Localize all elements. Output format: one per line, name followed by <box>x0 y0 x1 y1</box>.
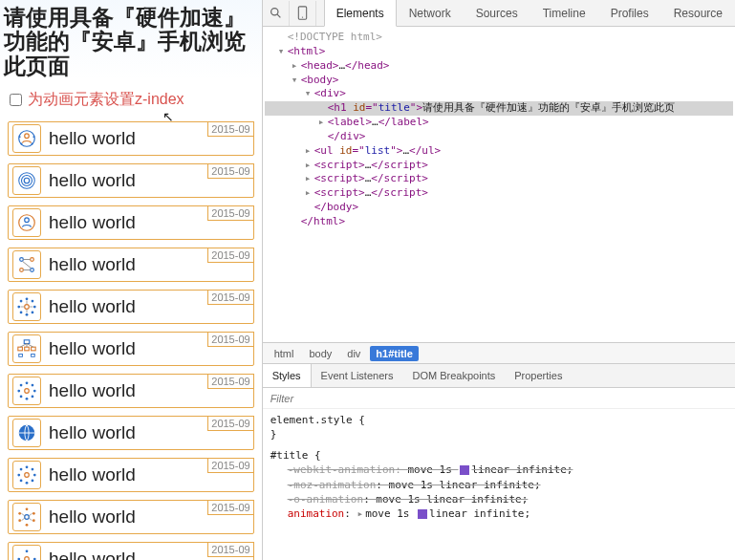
item-icon <box>12 166 41 195</box>
svg-point-55 <box>20 468 23 471</box>
svg-point-65 <box>26 524 29 527</box>
svg-rect-31 <box>24 340 30 344</box>
dom-body-open[interactable]: ▾<body> <box>265 74 733 88</box>
svg-point-12 <box>31 258 34 262</box>
device-icon[interactable] <box>290 1 316 26</box>
item-icon <box>12 250 41 279</box>
prop-moz-animation[interactable]: -moz-animation: move 1s linear infinite; <box>270 478 727 492</box>
dom-script-2[interactable]: ▸<script>…</script> <box>265 172 733 186</box>
svg-point-42 <box>26 398 29 400</box>
prop-webkit-animation[interactable]: -webkit-animation: move 1s linear infini… <box>270 463 727 477</box>
list-item[interactable]: hello world2015-09 <box>8 542 254 560</box>
styles-filter-row <box>263 388 735 409</box>
dom-html-close[interactable]: </html> <box>265 215 733 229</box>
devtools-toolbar: ElementsNetworkSourcesTimelineProfilesRe… <box>263 0 735 27</box>
styles-subtab-dom-breakpoints[interactable]: DOM Breakpoints <box>402 364 505 387</box>
breadcrumb-item[interactable]: body <box>303 346 337 361</box>
svg-rect-35 <box>19 354 23 356</box>
dom-doctype[interactable]: <!DOCTYPE html> <box>265 31 733 45</box>
dom-body-close[interactable]: </body> <box>265 201 733 215</box>
svg-point-54 <box>33 474 36 477</box>
devtools-tab-resource[interactable]: Resource <box>661 0 735 26</box>
svg-line-68 <box>22 518 26 521</box>
styles-filter-input[interactable] <box>270 393 727 404</box>
list-item[interactable]: hello world2015-09 <box>8 374 254 408</box>
item-date: 2015-09 <box>207 374 253 389</box>
svg-point-18 <box>25 305 30 310</box>
svg-point-22 <box>33 306 36 309</box>
devtools-tab-profiles[interactable]: Profiles <box>598 0 661 26</box>
dom-breadcrumb: htmlbodydivh1#title <box>263 342 735 363</box>
svg-point-20 <box>26 313 29 316</box>
item-date: 2015-09 <box>207 163 253 179</box>
dom-div-close[interactable]: </div> <box>265 130 733 144</box>
page-title: 请使用具备『硬件加速』功能的『安卓』手机浏览此页面 <box>0 0 262 80</box>
svg-point-56 <box>32 468 34 471</box>
list-item[interactable]: hello world2015-09 <box>8 163 254 198</box>
svg-point-71 <box>26 549 29 552</box>
dom-div-open[interactable]: ▾<div> <box>265 87 733 101</box>
search-icon[interactable] <box>263 1 290 26</box>
prop-o-animation[interactable]: -o-animation: move 1s linear infinite; <box>270 492 727 506</box>
svg-point-45 <box>20 384 23 387</box>
svg-point-57 <box>20 479 23 482</box>
svg-point-44 <box>33 390 36 393</box>
dom-label[interactable]: ▸<label>…</label> <box>265 116 733 130</box>
item-date: 2015-09 <box>207 248 253 263</box>
svg-point-78 <box>301 16 302 17</box>
devtools-tab-elements[interactable]: Elements <box>324 0 397 27</box>
svg-point-58 <box>32 479 34 482</box>
devtools-tab-timeline[interactable]: Timeline <box>530 0 598 26</box>
svg-point-26 <box>32 311 34 313</box>
devtools-tab-network[interactable]: Network <box>397 0 464 26</box>
dom-h1-selected[interactable]: <h1 id="title">请使用具备『硬件加速』功能的『安卓』手机浏览此页 <box>265 101 733 116</box>
zindex-checkbox[interactable] <box>10 94 22 106</box>
list-item[interactable]: hello world2015-09 <box>8 290 254 324</box>
dom-ul[interactable]: ▸<ul id="list">…</ul> <box>265 144 733 159</box>
dom-head[interactable]: ▸<head>…</head> <box>265 59 733 74</box>
svg-point-21 <box>17 306 20 309</box>
svg-rect-34 <box>32 347 36 351</box>
svg-point-64 <box>26 507 29 510</box>
svg-point-62 <box>18 519 21 522</box>
list-item[interactable]: hello world2015-09 <box>8 205 254 240</box>
rule-element-style[interactable]: element.style { <box>270 414 365 426</box>
list-item[interactable]: hello world2015-09 <box>8 500 254 534</box>
svg-point-52 <box>26 482 29 485</box>
list-item[interactable]: hello world2015-09 <box>8 248 254 282</box>
devtools-tab-sources[interactable]: Sources <box>464 0 530 26</box>
svg-point-3 <box>32 136 34 138</box>
svg-point-41 <box>26 381 29 384</box>
svg-point-40 <box>25 389 30 394</box>
dom-script-3[interactable]: ▸<script>…</script> <box>265 186 733 201</box>
dom-html-open[interactable]: ▾<html> <box>265 45 733 59</box>
svg-point-47 <box>20 395 23 398</box>
item-icon <box>12 377 41 405</box>
breadcrumb-item[interactable]: h1#title <box>370 346 419 361</box>
svg-point-43 <box>17 390 20 393</box>
zindex-checkbox-label[interactable]: 为动画元素设置z-index <box>28 90 184 110</box>
svg-line-69 <box>29 518 32 521</box>
svg-point-13 <box>20 269 24 272</box>
item-icon <box>12 461 41 489</box>
breadcrumb-item[interactable]: div <box>341 346 366 361</box>
styles-subtabs: StylesEvent ListenersDOM BreakpointsProp… <box>263 363 735 388</box>
rule-title[interactable]: #title { <box>270 449 321 462</box>
breadcrumb-item[interactable]: html <box>269 346 300 361</box>
page-preview-panel[interactable]: 请使用具备『硬件加速』功能的『安卓』手机浏览此页面 为动画元素设置z-index… <box>0 0 263 560</box>
styles-pane[interactable]: element.style { } #title { -webkit-anima… <box>263 409 735 560</box>
styles-subtab-styles[interactable]: Styles <box>263 364 312 387</box>
styles-subtab-event-listeners[interactable]: Event Listeners <box>312 364 403 387</box>
dom-tree[interactable]: <!DOCTYPE html> ▾<html> ▸<head>…</head> … <box>263 27 735 342</box>
prop-animation[interactable]: animation: move 1s linear infinite; <box>270 506 727 521</box>
styles-subtab-properties[interactable]: Properties <box>505 364 572 387</box>
item-date: 2015-09 <box>207 500 253 515</box>
list-item[interactable]: hello world2015-09 <box>8 332 254 366</box>
svg-point-25 <box>20 311 23 313</box>
devtools-panel: ElementsNetworkSourcesTimelineProfilesRe… <box>263 0 735 560</box>
list-item[interactable]: hello world2015-09 <box>8 121 254 156</box>
list-item[interactable]: hello world2015-09 <box>8 458 254 492</box>
svg-point-24 <box>32 300 34 303</box>
list-item[interactable]: hello world2015-09 <box>8 416 254 450</box>
dom-script-1[interactable]: ▸<script>…</script> <box>265 159 733 173</box>
